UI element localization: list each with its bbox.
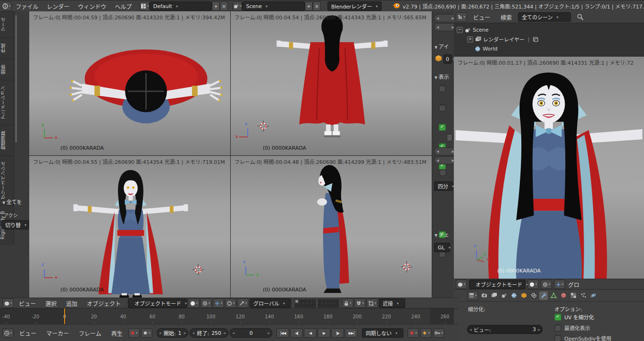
keying-mode-icon[interactable] (141, 328, 152, 338)
manipulator-scale-icon[interactable] (237, 298, 249, 308)
screen-layout-icon[interactable] (140, 1, 149, 11)
close-scene-button[interactable]: × (313, 1, 321, 11)
editor-type-properties-icon[interactable] (467, 291, 478, 300)
viewport-camera-view[interactable]: フレーム:0| 時間:00:01.17 | 頂点:260690 面:414331… (454, 57, 644, 279)
display-checkbox-3[interactable] (439, 124, 446, 131)
search-icon[interactable] (577, 13, 584, 21)
timeline-menu-marker[interactable]: マーカー (42, 329, 73, 337)
item-panel-header[interactable]: アイ (435, 43, 449, 50)
viewport-top-view[interactable]: フレーム:0| 時間:00:04.59 | 頂点:260690 面:414320… (29, 11, 230, 155)
auto-keyframe-record-icon[interactable] (128, 328, 140, 338)
outliner-menu-view[interactable]: ビュー (469, 13, 494, 21)
shading-panel-header[interactable]: シェ (435, 230, 449, 238)
optimal-display-option[interactable]: 最適化表示 (554, 324, 590, 332)
tab-constraints[interactable] (529, 291, 538, 300)
optimal-display-checkbox[interactable] (554, 324, 561, 332)
sync-dropdown[interactable]: 同期しない (362, 328, 403, 338)
tab-render-layers[interactable] (490, 291, 498, 300)
end-frame-field[interactable]: 終了: 250 (190, 328, 228, 338)
editor-type-info-icon[interactable] (2, 1, 11, 11)
timeline-menu-frame[interactable]: フレーム (75, 329, 106, 337)
3d-cursor[interactable] (192, 264, 204, 276)
start-frame-field[interactable]: 開始: 1 (157, 328, 189, 338)
outliner-menu-search[interactable]: 検索 (496, 13, 516, 21)
snap-target-dropdown[interactable]: 近接 (379, 298, 405, 308)
subdivide-uv-checkbox[interactable] (554, 314, 561, 321)
tab-modifiers[interactable] (539, 291, 548, 300)
add-layout-button[interactable]: + (212, 1, 220, 11)
close-layout-button[interactable]: × (220, 1, 228, 11)
quad-view-button[interactable]: 四分 (434, 181, 453, 191)
manipulator-icon[interactable] (554, 280, 565, 289)
tab-particles[interactable] (579, 291, 587, 300)
editor-type-outliner-icon[interactable] (456, 12, 467, 22)
render-engine-dropdown[interactable]: Blenderレンダー (327, 1, 382, 11)
3d-cursor[interactable] (401, 261, 413, 273)
opensubdiv-option[interactable]: OpenSubdivを使用 (554, 334, 611, 341)
play-reverse-button[interactable]: ◀ (304, 328, 317, 338)
snap-magnet-icon[interactable] (354, 298, 366, 308)
shelf-tab-animation[interactable]: アニメーション (0, 80, 14, 125)
timeline-menu-view[interactable]: ビュー (15, 329, 41, 337)
camera-orientation-dropdown[interactable]: グロ (567, 281, 580, 289)
display-checkbox-2[interactable] (439, 104, 446, 111)
view3d-menu-view[interactable]: ビュー (15, 299, 40, 307)
mode-dropdown[interactable]: オブジェクトモード (128, 298, 187, 308)
lock-icon[interactable] (342, 298, 353, 308)
viewport-front-view[interactable]: フレーム:0| 時間:00:04.55 | 頂点:260690 面:414354… (29, 156, 230, 298)
outliner-row-world[interactable]: World (457, 44, 641, 53)
layers-toggle-icon[interactable] (533, 36, 539, 43)
scene-icon[interactable] (233, 1, 242, 11)
panel-scroll-widget[interactable]: ◀▶ (434, 14, 457, 22)
transform-orientation-dropdown[interactable]: グローバル (250, 298, 291, 308)
viewport-shading-icon[interactable] (188, 298, 200, 308)
view3d-menu-select[interactable]: 選択 (41, 299, 61, 307)
shelf-panel-title[interactable]: 全てを (2, 198, 22, 205)
display-extra-icon[interactable] (447, 134, 452, 141)
display-panel-header[interactable]: 表示 (435, 73, 449, 80)
current-frame-field[interactable]: 0 (230, 328, 272, 338)
keying-set-diamond-icon[interactable] (420, 328, 432, 338)
outliner-display-filter[interactable]: 全てのシーン (518, 12, 571, 22)
panel-scroll-widget[interactable]: ◀▶ (434, 147, 457, 155)
viewport-back-view[interactable]: フレーム:0| 時間:00:04.54 | 頂点:260690 面:414343… (231, 11, 432, 155)
shelf-scrollbar[interactable] (15, 15, 17, 143)
shelf-tab-physics[interactable]: 物理演算 (0, 125, 14, 155)
layer-buttons[interactable] (295, 299, 339, 307)
tab-object[interactable] (519, 291, 528, 300)
shelf-tab-tools[interactable]: ツール (0, 11, 14, 37)
key-icon[interactable] (433, 328, 444, 338)
viewport-shading-icon[interactable] (527, 280, 539, 289)
radio-button[interactable] (439, 169, 446, 176)
menu-help[interactable]: ヘルプ (110, 2, 136, 10)
next-keyframe-button[interactable]: |▶ (331, 328, 344, 338)
editor-type-timeline-icon[interactable] (2, 328, 14, 338)
manipulator-rotate-icon[interactable] (225, 298, 236, 308)
subdiv-view-slider[interactable]: ビュー: 3 (467, 325, 543, 334)
jump-to-end-button[interactable]: ▶▶| (345, 328, 358, 338)
scene-field[interactable]: Scene (242, 1, 305, 11)
previous-keyframe-button[interactable]: ◀| (290, 328, 303, 338)
editor-type-3dview-icon[interactable] (456, 280, 467, 289)
tab-world[interactable] (510, 291, 518, 300)
switch-action-button[interactable]: 切り替 (1, 220, 29, 230)
jump-to-start-button[interactable]: |◀◀ (276, 328, 289, 338)
record-icon[interactable] (408, 328, 419, 338)
manipulator-translate-icon[interactable] (213, 298, 224, 308)
camera-mode-dropdown[interactable]: オブジェクトモード (469, 280, 526, 289)
transform-value-field[interactable]: 0 (443, 54, 452, 64)
shelf-tab-relations[interactable]: 関係 (0, 59, 14, 80)
tab-texture[interactable] (569, 291, 577, 300)
tab-material[interactable] (559, 291, 568, 300)
menu-window[interactable]: ウィンドウ (74, 2, 110, 10)
gl-render-button[interactable]: GL (434, 243, 450, 252)
snap-element-icon[interactable] (367, 298, 378, 308)
subdivide-uv-option[interactable]: UV を細分化 (554, 313, 594, 321)
menu-file[interactable]: ファイル (11, 2, 42, 10)
3d-cursor[interactable] (257, 120, 269, 132)
play-button[interactable]: ▶ (318, 328, 330, 338)
view3d-menu-object[interactable]: オブジェクト (83, 299, 125, 307)
display-checkbox-1[interactable] (439, 85, 446, 92)
opensubdiv-checkbox[interactable] (554, 335, 561, 341)
tab-object-data[interactable] (549, 291, 558, 300)
